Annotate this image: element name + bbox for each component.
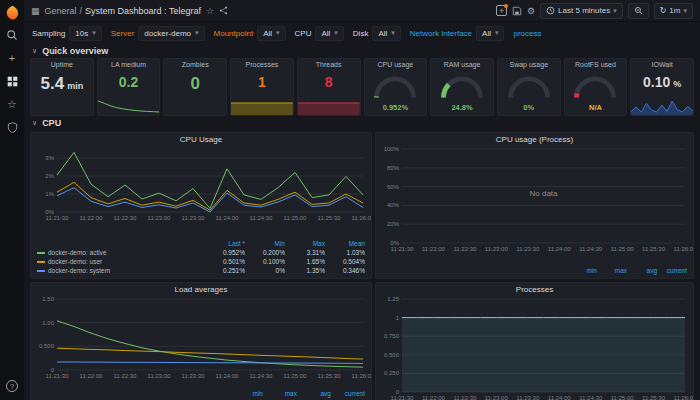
- apps-grid-icon: ▦: [31, 6, 40, 16]
- panel-processes: Processes 00.2500.5000.75011.2511:21:301…: [375, 282, 694, 400]
- stat-panel-threads[interactable]: Threads8: [297, 58, 361, 116]
- svg-text:11:22:00: 11:22:00: [422, 246, 446, 252]
- svg-text:3%: 3%: [45, 155, 54, 161]
- caret-down-icon: ▾: [195, 29, 199, 37]
- svg-text:11:25:30: 11:25:30: [642, 395, 666, 400]
- breadcrumb-folder[interactable]: General: [45, 6, 77, 16]
- legend-sort-header[interactable]: avg: [301, 389, 331, 398]
- stat-panel-zombies[interactable]: Zombies0: [163, 58, 227, 116]
- add-panel-icon[interactable]: +: [496, 5, 507, 16]
- panel-title[interactable]: Processes: [376, 283, 693, 295]
- svg-text:2%: 2%: [45, 173, 54, 179]
- svg-text:11:22:30: 11:22:30: [114, 373, 138, 379]
- svg-text:1%: 1%: [45, 191, 54, 197]
- stat-panel-la-medium[interactable]: LA medium0.2: [97, 58, 161, 116]
- help-icon[interactable]: ?: [4, 378, 20, 394]
- legend-sort-header[interactable]: max: [267, 389, 297, 398]
- svg-text:11:22:30: 11:22:30: [453, 395, 477, 400]
- svg-text:11:23:30: 11:23:30: [182, 373, 206, 379]
- variable-value-dropdown[interactable]: All▾: [372, 26, 400, 41]
- stat-value: 5.4min: [41, 68, 84, 115]
- stat-panel-iowait[interactable]: IOWait0.10%: [630, 58, 694, 116]
- svg-text:11:21:30: 11:21:30: [390, 246, 414, 252]
- stat-panel-cpu-usage[interactable]: CPU usage0.952%: [364, 58, 428, 116]
- section-title: Quick overview: [42, 46, 108, 56]
- legend-sort-header[interactable]: max: [601, 266, 627, 275]
- chevron-down-icon: ∨: [32, 47, 37, 55]
- svg-text:11:24:00: 11:24:00: [216, 215, 240, 221]
- zoom-out-button[interactable]: [628, 3, 649, 19]
- variable-value-dropdown[interactable]: All▾: [315, 26, 343, 41]
- stat-panel-uptime[interactable]: Uptime5.4min: [30, 58, 94, 116]
- panel-title[interactable]: CPU usage (Process): [376, 133, 693, 145]
- legend-spacer: [37, 389, 229, 398]
- stat-panel-ram-usage[interactable]: RAM usage24.8%: [430, 58, 494, 116]
- zoom-out-icon: [634, 6, 643, 15]
- variable-value-dropdown[interactable]: 10s▾: [69, 26, 101, 41]
- svg-text:100%: 100%: [384, 146, 400, 152]
- grafana-logo[interactable]: [4, 4, 20, 20]
- legend-sort-header[interactable]: Min: [249, 239, 285, 248]
- star-dashboard-icon[interactable]: ☆: [206, 6, 214, 16]
- time-range-picker[interactable]: Last 5 minutes ▾: [540, 3, 623, 19]
- svg-text:11:23:00: 11:23:00: [485, 395, 509, 400]
- create-plus-icon[interactable]: +: [4, 50, 20, 66]
- legend-series-name[interactable]: docker-demo: system: [37, 266, 205, 275]
- chart-canvas[interactable]: 0%1%2%3%11:21:3011:22:0011:22:3011:23:00…: [31, 145, 371, 223]
- breadcrumb-title[interactable]: System Dashboard : Telegraf: [85, 6, 201, 16]
- dashboards-icon[interactable]: [4, 73, 20, 89]
- gauge-arc: [436, 71, 488, 101]
- legend-sort-header[interactable]: min: [571, 266, 597, 275]
- svg-text:11:24:30: 11:24:30: [579, 246, 603, 252]
- stat-panel-rootfs-used[interactable]: RootFS usedN/A: [564, 58, 628, 116]
- legend-value: 0.346%: [329, 266, 365, 275]
- svg-text:11:24:00: 11:24:00: [548, 246, 572, 252]
- legend-sort-header[interactable]: Last *: [209, 239, 245, 248]
- share-icon[interactable]: [219, 6, 228, 15]
- variable-value-dropdown[interactable]: All▾: [257, 26, 285, 41]
- variable-value-dropdown[interactable]: All▾: [476, 26, 504, 41]
- variable-process: process: [513, 29, 541, 38]
- section-quick-overview[interactable]: ∨ Quick overview: [24, 44, 700, 58]
- search-icon[interactable]: [4, 27, 20, 43]
- save-dashboard-icon[interactable]: [512, 6, 522, 16]
- load-averages-chart[interactable]: 00.5001.001.5011:21:3011:22:0011:22:3011…: [31, 295, 371, 389]
- section-title: CPU: [42, 118, 61, 128]
- chevron-down-icon: ∨: [32, 119, 37, 127]
- gauge-arc: [569, 71, 621, 101]
- svg-text:11:25:00: 11:25:00: [611, 246, 635, 252]
- legend-series-name[interactable]: docker-demo: active: [37, 248, 205, 257]
- stat-panel-swap-usage[interactable]: Swap usage0%: [497, 58, 561, 116]
- breadcrumb[interactable]: General / System Dashboard : Telegraf: [45, 6, 201, 16]
- legend-spacer: [37, 239, 205, 248]
- chart-canvas[interactable]: 00.2500.5000.75011.2511:21:3011:22:0011:…: [376, 295, 693, 400]
- panel-title[interactable]: CPU Usage: [31, 133, 371, 145]
- settings-gear-icon[interactable]: ⚙: [527, 6, 535, 16]
- chart-canvas[interactable]: 00.5001.001.5011:21:3011:22:0011:22:3011…: [31, 295, 371, 381]
- cpu-usage-chart[interactable]: 0%1%2%3%11:21:3011:22:0011:22:3011:23:00…: [31, 145, 371, 239]
- starred-icon[interactable]: ☆: [4, 96, 20, 112]
- gauge-arc: [369, 71, 421, 101]
- variable-value-dropdown[interactable]: docker-demo▾: [138, 26, 204, 41]
- svg-text:60%: 60%: [387, 184, 400, 190]
- server-admin-shield-icon[interactable]: [4, 119, 20, 135]
- processes-chart[interactable]: 00.2500.5000.75011.2511:21:3011:22:0011:…: [376, 295, 693, 400]
- legend-sort-header[interactable]: current: [335, 389, 365, 398]
- cpu-usage-process-chart[interactable]: 0%20%40%60%80%100%11:21:3011:22:0011:22:…: [376, 145, 693, 266]
- refresh-button[interactable]: ↻ 1m ▾: [654, 3, 693, 19]
- help-glyph: ?: [6, 380, 18, 392]
- legend-sort-header[interactable]: min: [233, 389, 263, 398]
- legend-sort-header[interactable]: Max: [289, 239, 325, 248]
- legend-sort-header[interactable]: avg: [631, 266, 657, 275]
- panel-title[interactable]: Load averages: [31, 283, 371, 295]
- legend-sort-header[interactable]: current: [661, 266, 687, 275]
- svg-text:11:22:00: 11:22:00: [80, 373, 104, 379]
- stat-panel-processes[interactable]: Processes1: [230, 58, 294, 116]
- legend-series-name[interactable]: docker-demo: user: [37, 257, 205, 266]
- legend-sort-header[interactable]: Mean: [329, 239, 365, 248]
- svg-text:11:23:30: 11:23:30: [182, 215, 206, 221]
- variable-label: Network interface: [410, 29, 472, 38]
- svg-text:11:25:00: 11:25:00: [284, 373, 308, 379]
- section-cpu[interactable]: ∨ CPU: [24, 116, 700, 130]
- chart-canvas[interactable]: 0%20%40%60%80%100%11:21:3011:22:0011:22:…: [376, 145, 693, 254]
